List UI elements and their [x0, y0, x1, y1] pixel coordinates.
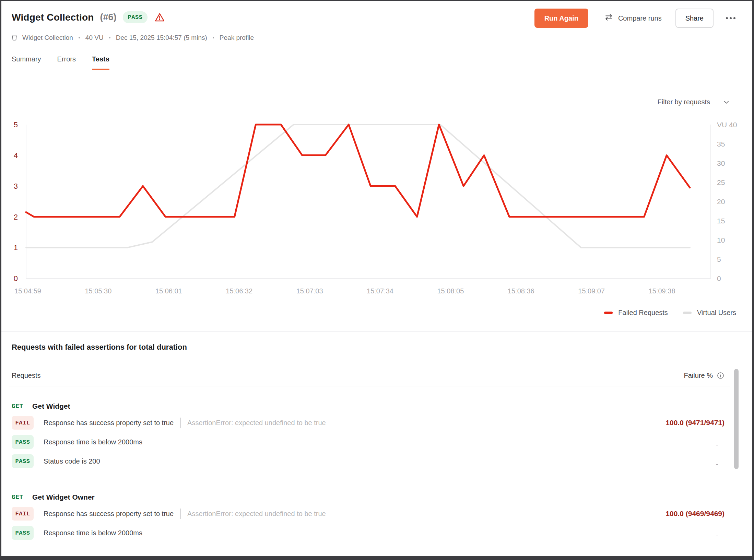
table-header-divider	[9, 386, 730, 386]
legend-failed-requests[interactable]: Failed Requests	[604, 309, 668, 317]
assertion-row: PASSStatus code is 200-	[12, 452, 724, 471]
x-axis-tick: 15:09:38	[649, 287, 675, 295]
failure-column-header: Failure %	[684, 372, 713, 380]
tab-errors[interactable]: Errors	[57, 55, 76, 70]
right-axis-tick: 15	[717, 217, 725, 225]
left-axis-tick: 1	[14, 243, 18, 252]
tab-bar: Summary Errors Tests	[12, 55, 109, 70]
failure-percentage-value: -	[716, 460, 724, 463]
separator-dot	[79, 37, 80, 38]
collection-icon	[11, 34, 18, 41]
more-options-icon[interactable]	[724, 14, 737, 23]
compare-arrows-icon	[604, 13, 613, 24]
assertion-label: Status code is 200	[44, 457, 100, 465]
failed-requests-swatch	[604, 312, 613, 314]
run-again-button[interactable]: Run Again	[534, 9, 588, 28]
assertion-error-text: AssertionError: expected undefined to be…	[187, 419, 326, 427]
compare-runs-label: Compare runs	[618, 14, 662, 22]
header-actions: Run Again Compare runs Share	[534, 9, 737, 28]
assertion-label: Response has success property set to tru…	[44, 419, 174, 427]
x-axis-tick: 15:08:05	[437, 287, 464, 295]
fail-badge: FAIL	[12, 416, 34, 430]
filter-label: Filter by requests	[658, 98, 710, 106]
compare-runs-button[interactable]: Compare runs	[604, 13, 662, 24]
right-axis-tick: VU 40	[717, 121, 737, 129]
right-axis-tick: 35	[717, 140, 725, 148]
virtual-users-line	[26, 125, 690, 247]
status-badge: PASS	[123, 11, 148, 23]
left-axis-tick: 4	[14, 151, 18, 160]
right-axis-tick: 20	[717, 198, 725, 206]
request-method: GET	[12, 494, 23, 501]
header: Widget Collection (#6) PASS	[12, 11, 165, 23]
request-method: GET	[12, 403, 23, 410]
assertion-row: FAILResponse has success property set to…	[12, 413, 724, 432]
left-axis-tick: 2	[14, 213, 18, 221]
right-axis-tick: 30	[717, 159, 725, 167]
requests-column-header: Requests	[12, 372, 41, 380]
assertion-label: Response time is below 2000ms	[44, 438, 142, 446]
left-axis-tick: 0	[14, 274, 18, 283]
warning-triangle-icon[interactable]	[154, 12, 165, 23]
separator-dot	[109, 37, 110, 38]
legend-label: Virtual Users	[697, 309, 736, 317]
request-group: GETGet WidgetFAILResponse has success pr…	[12, 399, 724, 471]
x-axis-tick: 15:08:36	[508, 287, 534, 295]
pass-badge: PASS	[12, 435, 34, 449]
request-group-header: GETGet Widget	[12, 399, 724, 413]
x-axis-tick: 15:09:07	[578, 287, 605, 295]
failure-percentage-value: 100.0 (9471/9471)	[665, 419, 724, 427]
failed-requests-chart: 543210VU 403530252015105015:04:5915:05:3…	[1, 119, 754, 301]
separator-dot	[213, 37, 214, 38]
info-icon[interactable]	[717, 372, 724, 380]
page-title: Widget Collection	[12, 12, 94, 23]
x-axis-tick: 15:04:59	[14, 287, 41, 295]
collection-name[interactable]: Widget Collection	[22, 34, 73, 42]
right-axis-tick: 5	[717, 255, 721, 263]
run-number: (#6)	[100, 12, 117, 23]
left-axis-tick: 5	[14, 120, 18, 129]
assertion-groups: GETGet WidgetFAILResponse has success pr…	[12, 392, 724, 542]
right-axis-tick: 25	[717, 178, 725, 186]
load-profile: Peak profile	[220, 34, 254, 42]
failure-percentage-value: 100.0 (9469/9469)	[665, 510, 724, 518]
x-axis-tick: 15:05:30	[85, 287, 111, 295]
request-group: GETGet Widget OwnerFAILResponse has succ…	[12, 490, 724, 542]
run-datetime: Dec 15, 2025 15:04:57 (5 mins)	[116, 34, 207, 42]
section-divider	[1, 331, 752, 332]
tab-tests[interactable]: Tests	[92, 55, 109, 70]
table-header: Requests Failure %	[12, 372, 724, 380]
failure-percentage-value: -	[716, 532, 724, 534]
assertion-separator	[180, 509, 181, 519]
fail-badge: FAIL	[12, 507, 34, 521]
request-name: Get Widget	[32, 402, 70, 410]
x-axis-tick: 15:06:01	[155, 287, 182, 295]
right-axis-tick: 10	[717, 236, 725, 244]
failed-requests-line	[26, 125, 690, 217]
filter-by-requests-dropdown[interactable]: Filter by requests	[658, 98, 730, 106]
left-axis-tick: 3	[14, 182, 18, 190]
tests-section-title: Requests with failed assertions for tota…	[12, 343, 187, 352]
assertion-row: PASSResponse time is below 2000ms-	[12, 432, 724, 452]
legend-virtual-users[interactable]: Virtual Users	[683, 309, 736, 317]
failure-percentage-value: -	[716, 441, 724, 443]
assertion-separator	[180, 418, 181, 428]
share-button[interactable]: Share	[675, 9, 714, 28]
request-name: Get Widget Owner	[32, 493, 95, 501]
x-axis-tick: 15:06:32	[226, 287, 252, 295]
table-scrollbar-thumb[interactable]	[734, 369, 739, 469]
pass-badge: PASS	[12, 526, 34, 540]
tab-summary[interactable]: Summary	[12, 55, 41, 70]
chart-legend: Failed Requests Virtual Users	[604, 309, 736, 317]
assertion-row: PASSResponse time is below 2000ms-	[12, 523, 724, 542]
virtual-users-swatch	[683, 312, 692, 314]
performance-run-window: Widget Collection (#6) PASS Run Again Co…	[0, 0, 754, 560]
assertion-error-text: AssertionError: expected undefined to be…	[187, 510, 326, 518]
assertion-row: FAILResponse has success property set to…	[12, 504, 724, 523]
request-group-header: GETGet Widget Owner	[12, 490, 724, 504]
assertion-label: Response time is below 2000ms	[44, 529, 142, 537]
virtual-users-count: 40 VU	[85, 34, 104, 42]
pass-badge: PASS	[12, 454, 34, 468]
chevron-down-icon	[722, 98, 730, 106]
assertion-label: Response has success property set to tru…	[44, 510, 174, 518]
